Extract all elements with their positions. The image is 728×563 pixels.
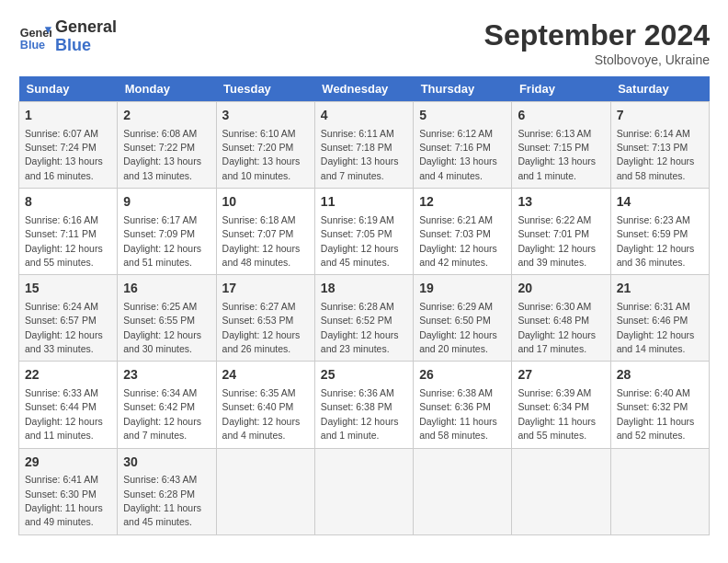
logo-icon: General Blue bbox=[18, 20, 51, 53]
calendar-cell: 23Sunrise: 6:34 AM Sunset: 6:42 PM Dayli… bbox=[118, 362, 216, 448]
calendar-week-3: 15Sunrise: 6:24 AM Sunset: 6:57 PM Dayli… bbox=[19, 275, 710, 362]
day-detail: Sunrise: 6:22 AM Sunset: 7:01 PM Dayligh… bbox=[518, 214, 596, 268]
day-number: 29 bbox=[25, 454, 111, 472]
calendar-cell: 5Sunrise: 6:12 AM Sunset: 7:16 PM Daylig… bbox=[414, 102, 512, 189]
weekday-header-friday: Friday bbox=[512, 76, 610, 102]
calendar-cell: 20Sunrise: 6:30 AM Sunset: 6:48 PM Dayli… bbox=[512, 275, 610, 362]
day-detail: Sunrise: 6:39 AM Sunset: 6:34 PM Dayligh… bbox=[518, 387, 596, 441]
day-number: 16 bbox=[123, 280, 210, 298]
weekday-header-thursday: Thursday bbox=[414, 76, 512, 102]
day-detail: Sunrise: 6:08 AM Sunset: 7:22 PM Dayligh… bbox=[123, 128, 201, 181]
calendar-cell: 15Sunrise: 6:24 AM Sunset: 6:57 PM Dayli… bbox=[19, 275, 118, 362]
weekday-header-saturday: Saturday bbox=[610, 76, 709, 102]
day-detail: Sunrise: 6:11 AM Sunset: 7:18 PM Dayligh… bbox=[321, 128, 399, 181]
day-number: 26 bbox=[419, 366, 506, 385]
calendar-cell: 24Sunrise: 6:35 AM Sunset: 6:40 PM Dayli… bbox=[216, 362, 314, 448]
calendar-cell: 7Sunrise: 6:14 AM Sunset: 7:13 PM Daylig… bbox=[610, 102, 709, 189]
day-number: 17 bbox=[222, 280, 309, 298]
header: General Blue General Blue September 2024… bbox=[18, 18, 710, 67]
calendar-cell: 9Sunrise: 6:17 AM Sunset: 7:09 PM Daylig… bbox=[118, 189, 216, 275]
calendar-week-5: 29Sunrise: 6:41 AM Sunset: 6:30 PM Dayli… bbox=[19, 448, 710, 534]
day-number: 6 bbox=[518, 107, 604, 125]
calendar-week-2: 8Sunrise: 6:16 AM Sunset: 7:11 PM Daylig… bbox=[19, 189, 710, 275]
day-number: 21 bbox=[617, 280, 703, 298]
day-detail: Sunrise: 6:40 AM Sunset: 6:32 PM Dayligh… bbox=[617, 387, 695, 441]
calendar-cell: 21Sunrise: 6:31 AM Sunset: 6:46 PM Dayli… bbox=[610, 275, 709, 362]
day-number: 18 bbox=[321, 280, 407, 298]
day-number: 9 bbox=[123, 193, 210, 212]
day-number: 22 bbox=[25, 366, 111, 385]
calendar-cell bbox=[314, 448, 413, 534]
weekday-header-tuesday: Tuesday bbox=[216, 76, 314, 102]
day-number: 12 bbox=[419, 193, 506, 212]
svg-text:Blue: Blue bbox=[20, 38, 45, 51]
day-detail: Sunrise: 6:07 AM Sunset: 7:24 PM Dayligh… bbox=[25, 128, 103, 181]
day-number: 11 bbox=[321, 193, 407, 212]
day-detail: Sunrise: 6:31 AM Sunset: 6:46 PM Dayligh… bbox=[617, 301, 695, 354]
location-subtitle: Stolbovoye, Ukraine bbox=[484, 52, 710, 67]
day-number: 3 bbox=[222, 107, 309, 125]
calendar-cell: 26Sunrise: 6:38 AM Sunset: 6:36 PM Dayli… bbox=[414, 362, 512, 448]
calendar-cell: 8Sunrise: 6:16 AM Sunset: 7:11 PM Daylig… bbox=[19, 189, 118, 275]
day-detail: Sunrise: 6:14 AM Sunset: 7:13 PM Dayligh… bbox=[617, 128, 695, 181]
calendar-cell: 6Sunrise: 6:13 AM Sunset: 7:15 PM Daylig… bbox=[512, 102, 610, 189]
day-number: 24 bbox=[222, 366, 309, 385]
day-number: 27 bbox=[518, 366, 604, 385]
day-detail: Sunrise: 6:23 AM Sunset: 6:59 PM Dayligh… bbox=[617, 214, 695, 268]
day-detail: Sunrise: 6:12 AM Sunset: 7:16 PM Dayligh… bbox=[419, 128, 497, 181]
calendar-cell: 13Sunrise: 6:22 AM Sunset: 7:01 PM Dayli… bbox=[512, 189, 610, 275]
calendar-table: SundayMondayTuesdayWednesdayThursdayFrid… bbox=[18, 76, 710, 535]
calendar-cell: 17Sunrise: 6:27 AM Sunset: 6:53 PM Dayli… bbox=[216, 275, 314, 362]
day-number: 14 bbox=[617, 193, 703, 212]
calendar-cell: 2Sunrise: 6:08 AM Sunset: 7:22 PM Daylig… bbox=[118, 102, 216, 189]
day-detail: Sunrise: 6:43 AM Sunset: 6:28 PM Dayligh… bbox=[123, 474, 201, 527]
calendar-cell bbox=[512, 448, 610, 534]
calendar-cell: 16Sunrise: 6:25 AM Sunset: 6:55 PM Dayli… bbox=[118, 275, 216, 362]
day-number: 7 bbox=[617, 107, 703, 125]
day-detail: Sunrise: 6:17 AM Sunset: 7:09 PM Dayligh… bbox=[123, 214, 201, 268]
calendar-cell bbox=[610, 448, 709, 534]
day-detail: Sunrise: 6:21 AM Sunset: 7:03 PM Dayligh… bbox=[419, 214, 497, 268]
day-detail: Sunrise: 6:19 AM Sunset: 7:05 PM Dayligh… bbox=[321, 214, 399, 268]
day-detail: Sunrise: 6:27 AM Sunset: 6:53 PM Dayligh… bbox=[222, 301, 301, 354]
month-title: September 2024 bbox=[484, 18, 710, 52]
day-detail: Sunrise: 6:36 AM Sunset: 6:38 PM Dayligh… bbox=[321, 387, 399, 441]
day-number: 10 bbox=[222, 193, 309, 212]
day-detail: Sunrise: 6:24 AM Sunset: 6:57 PM Dayligh… bbox=[25, 301, 103, 354]
weekday-header-row: SundayMondayTuesdayWednesdayThursdayFrid… bbox=[19, 76, 710, 102]
calendar-cell: 11Sunrise: 6:19 AM Sunset: 7:05 PM Dayli… bbox=[314, 189, 413, 275]
day-number: 13 bbox=[518, 193, 604, 212]
calendar-cell: 22Sunrise: 6:33 AM Sunset: 6:44 PM Dayli… bbox=[19, 362, 118, 448]
calendar-cell bbox=[216, 448, 314, 534]
title-area: September 2024 Stolbovoye, Ukraine bbox=[484, 18, 710, 67]
day-detail: Sunrise: 6:25 AM Sunset: 6:55 PM Dayligh… bbox=[123, 301, 201, 354]
logo-text: General Blue bbox=[55, 18, 117, 55]
day-number: 30 bbox=[123, 454, 210, 472]
day-number: 5 bbox=[419, 107, 506, 125]
weekday-header-sunday: Sunday bbox=[19, 76, 118, 102]
day-detail: Sunrise: 6:13 AM Sunset: 7:15 PM Dayligh… bbox=[518, 128, 596, 181]
calendar-cell: 28Sunrise: 6:40 AM Sunset: 6:32 PM Dayli… bbox=[610, 362, 709, 448]
day-detail: Sunrise: 6:34 AM Sunset: 6:42 PM Dayligh… bbox=[123, 387, 201, 441]
calendar-week-4: 22Sunrise: 6:33 AM Sunset: 6:44 PM Dayli… bbox=[19, 362, 710, 448]
day-detail: Sunrise: 6:30 AM Sunset: 6:48 PM Dayligh… bbox=[518, 301, 596, 354]
weekday-header-monday: Monday bbox=[118, 76, 216, 102]
day-number: 1 bbox=[25, 107, 111, 125]
calendar-cell: 18Sunrise: 6:28 AM Sunset: 6:52 PM Dayli… bbox=[314, 275, 413, 362]
day-number: 4 bbox=[321, 107, 407, 125]
calendar-cell: 19Sunrise: 6:29 AM Sunset: 6:50 PM Dayli… bbox=[414, 275, 512, 362]
day-number: 2 bbox=[123, 107, 210, 125]
day-detail: Sunrise: 6:38 AM Sunset: 6:36 PM Dayligh… bbox=[419, 387, 497, 441]
day-number: 19 bbox=[419, 280, 506, 298]
day-detail: Sunrise: 6:10 AM Sunset: 7:20 PM Dayligh… bbox=[222, 128, 301, 181]
calendar-cell: 14Sunrise: 6:23 AM Sunset: 6:59 PM Dayli… bbox=[610, 189, 709, 275]
day-detail: Sunrise: 6:16 AM Sunset: 7:11 PM Dayligh… bbox=[25, 214, 103, 268]
day-number: 28 bbox=[617, 366, 703, 385]
weekday-header-wednesday: Wednesday bbox=[314, 76, 413, 102]
day-detail: Sunrise: 6:28 AM Sunset: 6:52 PM Dayligh… bbox=[321, 301, 399, 354]
logo: General Blue General Blue bbox=[18, 18, 117, 55]
calendar-cell: 3Sunrise: 6:10 AM Sunset: 7:20 PM Daylig… bbox=[216, 102, 314, 189]
day-detail: Sunrise: 6:35 AM Sunset: 6:40 PM Dayligh… bbox=[222, 387, 301, 441]
day-detail: Sunrise: 6:29 AM Sunset: 6:50 PM Dayligh… bbox=[419, 301, 497, 354]
day-number: 23 bbox=[123, 366, 210, 385]
